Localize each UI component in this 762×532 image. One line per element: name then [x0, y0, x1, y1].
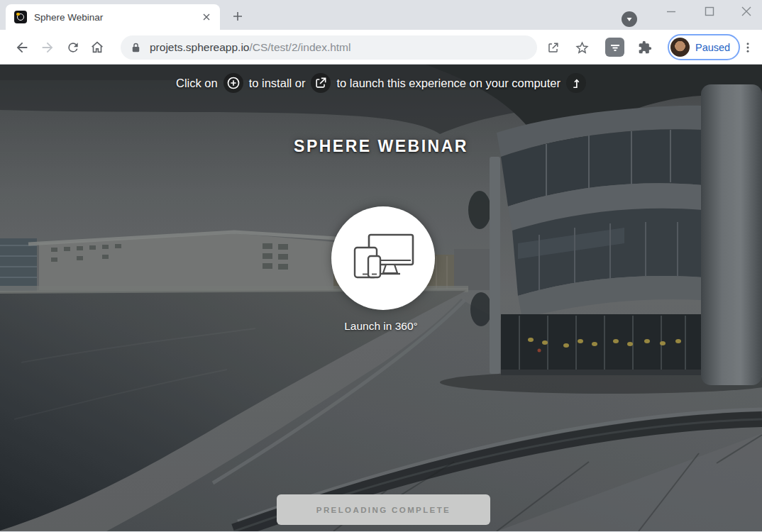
avatar — [670, 38, 690, 57]
home-icon[interactable] — [85, 35, 109, 60]
menu-kebab-icon[interactable] — [736, 36, 759, 59]
new-tab-button[interactable] — [228, 7, 247, 26]
url-text: projets.sphereapp.io/CS/test/2/index.htm… — [150, 41, 350, 54]
window-maximize-button[interactable] — [695, 1, 724, 21]
launch-external-icon[interactable] — [311, 73, 331, 93]
hint-text-2: to install or — [249, 77, 306, 90]
window-minimize-button[interactable] — [657, 1, 685, 21]
page-viewport: Click on to install or to launch this ex… — [0, 65, 762, 531]
install-hint: Click on to install or to launch this ex… — [0, 73, 762, 93]
site-favicon-icon — [14, 11, 27, 23]
scroll-up-icon — [566, 73, 586, 93]
address-bar[interactable]: projets.sphereapp.io/CS/test/2/index.htm… — [121, 35, 537, 60]
bookmark-star-icon[interactable] — [570, 36, 593, 59]
hint-text-1: Click on — [176, 77, 218, 90]
extensions-puzzle-icon[interactable] — [634, 36, 656, 59]
tab-title: Sphere Webinar — [34, 12, 200, 23]
sync-status-label: Paused — [695, 42, 730, 53]
browser-toolbar: projets.sphereapp.io/CS/test/2/index.htm… — [0, 30, 762, 65]
forward-icon[interactable] — [35, 35, 60, 60]
filter-extension-icon[interactable] — [605, 38, 624, 57]
browser-tab[interactable]: Sphere Webinar — [6, 4, 220, 30]
hint-text-3: to launch this experience on your comput… — [336, 77, 561, 90]
back-icon[interactable] — [10, 35, 34, 60]
profile-paused-button[interactable]: Paused — [668, 34, 740, 60]
tab-bar: Sphere Webinar — [0, 0, 762, 30]
launch-360-button[interactable] — [331, 206, 435, 310]
devices-360-icon — [349, 232, 417, 284]
install-plus-icon[interactable] — [223, 73, 243, 93]
tab-search-icon[interactable] — [622, 11, 637, 27]
tab-close-icon[interactable] — [200, 11, 213, 23]
open-in-new-icon[interactable] — [541, 36, 564, 59]
page-title: SPHERE WEBINAR — [0, 137, 762, 156]
preloading-complete-button[interactable]: PRELOADING COMPLETE — [277, 494, 490, 525]
launch-label: Launch in 360° — [0, 320, 762, 333]
reload-icon[interactable] — [61, 35, 85, 60]
lock-icon — [131, 42, 141, 53]
window-close-button[interactable] — [732, 1, 761, 21]
